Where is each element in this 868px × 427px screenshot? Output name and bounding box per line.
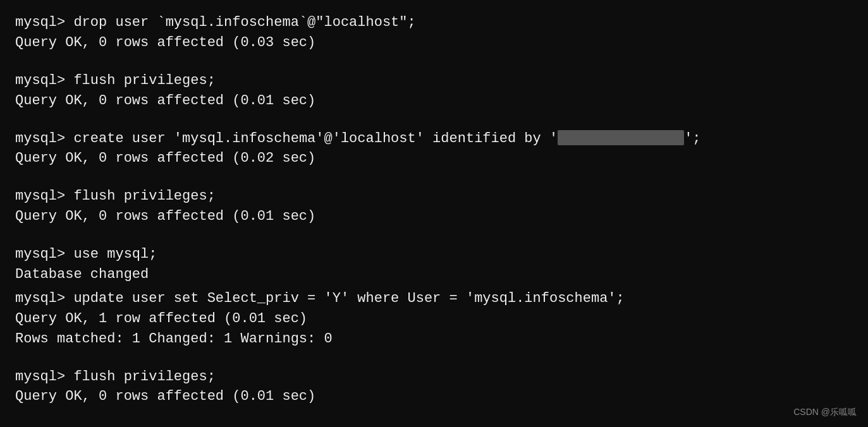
watermark: CSDN @乐呱呱 [793,407,857,418]
terminal-block-6: mysql> update user set Select_priv = 'Y'… [15,289,853,349]
prompt-7: mysql> [15,369,73,385]
result-5-0: Database changed [15,265,853,285]
terminal-block-2: mysql> flush privileges; Query OK, 0 row… [15,71,853,111]
terminal-block-4: mysql> flush privileges; Query OK, 0 row… [15,186,853,227]
prompt-1: mysql> [15,15,73,30]
result-3-0: Query OK, 0 rows affected (0.02 sec) [15,148,853,169]
command-line-3: mysql> create user 'mysql.infoschema'@'l… [15,129,853,149]
command-5: use mysql; [73,246,157,262]
prompt-3: mysql> [15,131,73,147]
command-1: drop user `mysql.infoschema`@"localhost"… [73,15,415,30]
command-line-2: mysql> flush privileges; [15,71,853,91]
terminal-block-5: mysql> use mysql; Database changed [15,244,853,285]
result-4-0: Query OK, 0 rows affected (0.01 sec) [15,207,853,227]
command-7: flush privileges; [73,369,215,385]
prompt-2: mysql> [15,73,73,88]
command-line-5: mysql> use mysql; [15,244,853,265]
command-4: flush privileges; [73,188,215,204]
terminal-block-7: mysql> flush privileges; Query OK, 0 row… [15,367,853,407]
result-6-1: Rows matched: 1 Changed: 1 Warnings: 0 [15,329,853,349]
result-6-0: Query OK, 1 row affected (0.01 sec) [15,309,853,329]
command-line-7: mysql> flush privileges; [15,367,853,387]
redacted-password [558,130,684,145]
command-2: flush privileges; [73,73,215,88]
command-6: update user set Select_priv = 'Y' where … [73,291,624,306]
command-line-6: mysql> update user set Select_priv = 'Y'… [15,289,853,309]
result-1-0: Query OK, 0 rows affected (0.03 sec) [15,33,853,53]
prompt-5: mysql> [15,246,73,262]
command-line-1: mysql> drop user `mysql.infoschema`@"loc… [15,13,853,33]
command-line-4: mysql> flush privileges; [15,186,853,207]
prompt-6: mysql> [15,291,73,306]
result-7-0: Query OK, 0 rows affected (0.01 sec) [15,387,853,407]
result-2-0: Query OK, 0 rows affected (0.01 sec) [15,91,853,111]
prompt-4: mysql> [15,188,73,204]
terminal-block-1: mysql> drop user `mysql.infoschema`@"loc… [15,13,853,53]
terminal-block-3: mysql> create user 'mysql.infoschema'@'l… [15,129,853,169]
command-3-suffix: '; [684,131,700,147]
command-3-prefix: create user 'mysql.infoschema'@'localhos… [73,131,558,147]
